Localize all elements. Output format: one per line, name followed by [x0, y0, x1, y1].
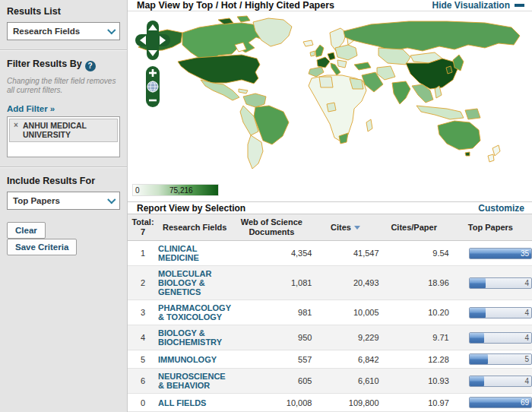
- row-rank: 5: [128, 350, 158, 369]
- help-icon[interactable]: ?: [85, 61, 96, 71]
- filter-box[interactable]: × ANHUI MEDICAL UNIVERSITY: [7, 116, 120, 157]
- filter-chip[interactable]: × ANHUI MEDICAL UNIVERSITY: [9, 119, 118, 142]
- docs-value: 1,081: [231, 266, 312, 300]
- col-cites-per-paper[interactable]: Cites/Paper: [379, 214, 449, 241]
- chevron-down-icon: [107, 195, 116, 204]
- map-title: Map View by Top / Hot / Highly Cited Pap…: [137, 0, 334, 11]
- docs-value: 950: [231, 325, 312, 350]
- cites-value: 6,842: [312, 350, 378, 369]
- top-papers-bar: 35: [469, 248, 532, 259]
- cites-per-paper-value: 10.20: [379, 300, 449, 325]
- table-row: 2 MOLECULAR BIOLOGY & GENETICS 1,081 20,…: [128, 266, 532, 300]
- col-cites[interactable]: Cites: [312, 214, 378, 241]
- cites-value: 6,610: [312, 369, 378, 394]
- include-results-heading: Include Results For: [7, 176, 120, 186]
- zoom-control: [146, 66, 160, 107]
- table-row: 4 BIOLOGY & BIOCHEMISTRY 950 9,229 9.71 …: [128, 325, 532, 350]
- clear-button[interactable]: Clear: [7, 222, 46, 239]
- legend-min-value: 0: [135, 186, 140, 195]
- report-table: Total:7 Research Fields Web of Science D…: [128, 214, 532, 412]
- cites-value: 10,005: [312, 300, 378, 325]
- cites-per-paper-value: 9.54: [379, 241, 449, 266]
- cites-value: 109,800: [312, 394, 378, 412]
- table-header-row: Total:7 Research Fields Web of Science D…: [128, 214, 532, 241]
- top-papers-value: 4: [524, 279, 529, 288]
- docs-value: 557: [231, 350, 312, 369]
- docs-value: 605: [231, 369, 312, 394]
- map-area: 0 75,216: [128, 11, 532, 201]
- cites-per-paper-value: 10.93: [379, 369, 449, 394]
- top-papers-value: 69: [521, 398, 529, 407]
- top-papers-value: 35: [521, 249, 529, 258]
- total-header: Total:7: [128, 214, 158, 241]
- top-papers-bar: 4: [469, 277, 532, 289]
- customize-link[interactable]: Customize: [478, 203, 524, 214]
- sidebar-buttons: Clear Save Criteria: [7, 222, 120, 255]
- pan-control: [135, 21, 170, 60]
- top-papers-value: 4: [524, 309, 529, 318]
- cites-value: 9,229: [312, 325, 378, 350]
- sort-desc-icon: [354, 226, 360, 230]
- field-link[interactable]: CLINICAL MEDICINE: [158, 244, 199, 262]
- col-wos-documents[interactable]: Web of Science Documents: [231, 214, 312, 241]
- top-papers-bar: 4: [469, 332, 532, 344]
- cites-per-paper-value: 10.97: [379, 394, 449, 412]
- filter-results-heading: Filter Results By?: [7, 59, 120, 71]
- top-papers-bar: 69: [469, 397, 532, 408]
- row-rank: 6: [128, 369, 158, 394]
- sidebar-divider: [0, 166, 127, 168]
- results-list-dropdown[interactable]: Research Fields: [7, 22, 120, 40]
- cites-value: 41,547: [312, 241, 378, 266]
- map-controls: [134, 19, 172, 112]
- cites-per-paper-value: 9.71: [379, 325, 449, 350]
- esi-app: Results List Research Fields Filter Resu…: [0, 0, 532, 412]
- sidebar-divider: [0, 49, 127, 51]
- filter-note: Changing the filter field removes all cu…: [7, 77, 120, 95]
- include-results-dropdown[interactable]: Top Papers: [7, 192, 120, 210]
- col-research-fields[interactable]: Research Fields: [158, 214, 231, 241]
- field-link[interactable]: PHARMACOLOGY & TOXICOLOGY: [158, 303, 231, 322]
- top-papers-value: 4: [524, 377, 529, 386]
- top-papers-value: 4: [524, 334, 529, 343]
- top-papers-value: 5: [524, 355, 529, 364]
- cites-value: 20,493: [312, 266, 378, 300]
- cites-per-paper-value: 12.28: [379, 350, 449, 369]
- hide-visualization-link[interactable]: Hide Visualization: [432, 0, 524, 11]
- table-row: 5 IMMUNOLOGY 557 6,842 12.28 5: [128, 350, 532, 369]
- top-papers-bar: 4: [469, 376, 532, 387]
- map-header: Map View by Top / Hot / Highly Cited Pap…: [128, 0, 532, 11]
- field-link[interactable]: MOLECULAR BIOLOGY & GENETICS: [158, 269, 211, 296]
- cites-per-paper-value: 18.96: [379, 266, 449, 300]
- results-list-dropdown-value: Research Fields: [13, 27, 80, 36]
- world-choropleth-map[interactable]: [128, 11, 531, 201]
- save-criteria-button[interactable]: Save Criteria: [7, 239, 77, 255]
- chevron-down-icon: [107, 26, 116, 34]
- docs-value: 981: [231, 300, 312, 325]
- docs-value: 4,354: [231, 241, 312, 266]
- field-link[interactable]: IMMUNOLOGY: [158, 355, 217, 364]
- row-rank: 0: [128, 394, 158, 412]
- globe-icon: [147, 81, 158, 92]
- map-legend: 0 75,216: [132, 184, 219, 196]
- minus-icon: [515, 4, 524, 7]
- add-filter-link[interactable]: Add Filter »: [7, 104, 55, 113]
- field-link[interactable]: BIOLOGY & BIOCHEMISTRY: [158, 328, 222, 347]
- field-link[interactable]: NEUROSCIENCE & BEHAVIOR: [158, 372, 226, 390]
- docs-value: 10,008: [231, 394, 312, 412]
- report-title: Report View by Selection: [137, 203, 245, 214]
- row-rank: 3: [128, 300, 158, 325]
- top-papers-bar: 5: [469, 353, 532, 365]
- main-content: Map View by Top / Hot / Highly Cited Pap…: [128, 0, 532, 412]
- field-link[interactable]: ALL FIELDS: [158, 398, 206, 407]
- row-rank: 2: [128, 266, 158, 300]
- legend-max-value: 75,216: [169, 186, 193, 195]
- report-header: Report View by Selection Customize: [128, 201, 532, 214]
- include-results-dropdown-value: Top Papers: [13, 196, 60, 205]
- row-rank: 4: [128, 325, 158, 350]
- col-top-papers[interactable]: Top Papers: [449, 214, 532, 241]
- sidebar: Results List Research Fields Filter Resu…: [0, 0, 128, 412]
- remove-filter-icon[interactable]: ×: [14, 121, 18, 130]
- table-row: 1 CLINICAL MEDICINE 4,354 41,547 9.54 35: [128, 241, 532, 266]
- filter-chip-label: ANHUI MEDICAL UNIVERSITY: [23, 121, 87, 139]
- top-papers-bar: 4: [469, 307, 532, 319]
